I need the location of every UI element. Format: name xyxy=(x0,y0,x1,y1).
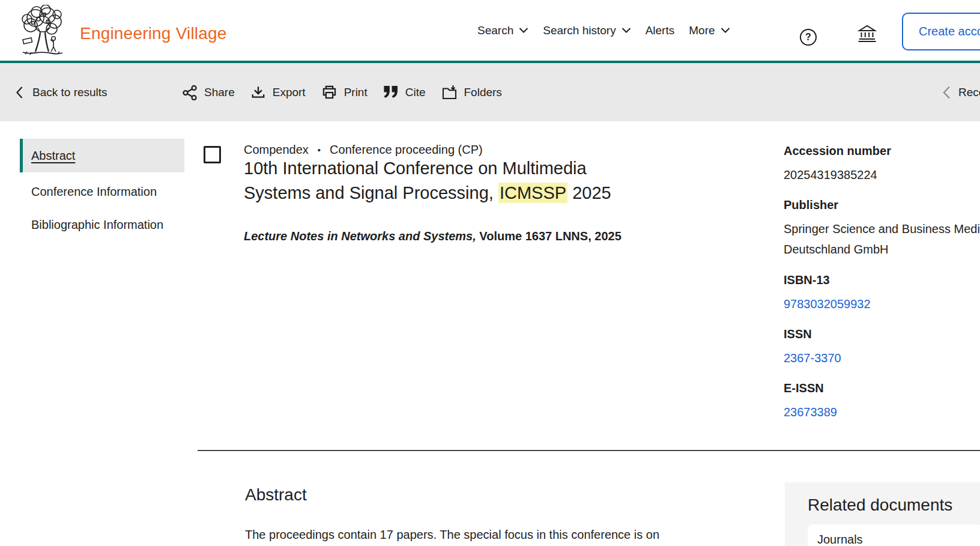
publisher-value-line2: Deutschland GmbH xyxy=(784,239,980,259)
highlighted-search-term: ICMSSP xyxy=(498,183,567,203)
database-label: Compendex xyxy=(244,143,309,157)
quote-icon xyxy=(383,86,399,99)
section-divider xyxy=(198,450,980,451)
series-volume: Volume 1637 LNNS, 2025 xyxy=(476,229,622,243)
abstract-heading: Abstract xyxy=(245,485,307,505)
record-title: 10th International Conference on Multime… xyxy=(244,156,631,205)
sidebar-item-conference-information[interactable]: Conference Information xyxy=(31,181,157,202)
series-line: Lecture Notes in Networks and Systems, V… xyxy=(244,229,622,243)
issn-label: ISSN xyxy=(784,327,980,341)
related-journals-section-label: Journals xyxy=(817,533,863,546)
chevron-left-icon xyxy=(943,86,951,99)
related-documents-card: Journals xyxy=(808,524,980,546)
main-nav: Search Search history Alerts More xyxy=(477,0,730,61)
nav-search-history[interactable]: Search history xyxy=(543,24,631,37)
institution-icon[interactable] xyxy=(858,24,877,43)
abstract-text: The proceedings contain 17 papers. The s… xyxy=(245,528,659,542)
brand-title[interactable]: Engineering Village xyxy=(80,24,227,43)
nav-alerts[interactable]: Alerts xyxy=(646,24,675,37)
back-to-results-button[interactable]: Back to results xyxy=(16,63,107,121)
share-icon xyxy=(182,85,198,100)
chevron-down-icon xyxy=(519,28,528,33)
record-select-checkbox[interactable] xyxy=(204,146,221,163)
tree-icon xyxy=(18,5,68,56)
header: Engineering Village Search Search histor… xyxy=(0,0,980,61)
accession-number-label: Accession number xyxy=(784,144,980,158)
isbn13-field: ISBN-13 9783032059932 xyxy=(784,273,980,314)
chevron-down-icon xyxy=(622,28,631,33)
eissn-label: E-ISSN xyxy=(784,381,980,395)
share-button[interactable]: Share xyxy=(182,85,235,100)
eissn-link[interactable]: 23673389 xyxy=(784,402,837,422)
record-toolbar: Back to results Share Export Print xyxy=(0,63,980,121)
publisher-value-line1: Springer Science and Business Media xyxy=(784,219,980,239)
isbn13-link[interactable]: 9783032059932 xyxy=(784,294,871,314)
printer-icon xyxy=(321,84,337,100)
folder-add-icon xyxy=(441,85,458,100)
sidebar-item-abstract[interactable]: Abstract xyxy=(20,139,184,172)
sidebar-item-bibliographic-information[interactable]: Bibliographic Information xyxy=(31,214,166,235)
nav-more[interactable]: More xyxy=(689,24,730,37)
bank-building-icon xyxy=(858,24,877,43)
series-title: Lecture Notes in Networks and Systems, xyxy=(244,229,476,243)
create-account-button[interactable]: Create account xyxy=(902,13,980,50)
previous-record-button[interactable]: Record xyxy=(943,63,980,121)
document-type-label: Conference proceeding (CP) xyxy=(330,143,483,157)
issn-field: ISSN 2367-3370 xyxy=(784,327,980,368)
folders-button[interactable]: Folders xyxy=(441,85,502,100)
chevron-left-icon xyxy=(16,86,23,99)
related-documents-panel: Related documents Journals xyxy=(785,482,980,546)
related-documents-heading: Related documents xyxy=(808,496,952,515)
accession-number-value: 20254319385224 xyxy=(784,165,980,185)
publisher-label: Publisher xyxy=(784,198,980,212)
engineering-village-record-page: { "header": { "brand": "Engineering Vill… xyxy=(0,0,980,546)
elsevier-tree-logo[interactable] xyxy=(18,5,68,56)
bullet-separator: • xyxy=(318,145,321,155)
eissn-field: E-ISSN 23673389 xyxy=(784,381,980,422)
chevron-down-icon xyxy=(721,28,730,33)
toolbar-actions: Share Export Print Cite xyxy=(182,63,502,121)
record-meta-line: Compendex • Conference proceeding (CP) xyxy=(244,143,483,157)
accession-number-field: Accession number 20254319385224 xyxy=(784,144,980,185)
export-download-icon xyxy=(250,85,266,100)
publisher-field: Publisher Springer Science and Business … xyxy=(784,198,980,259)
help-icon[interactable]: ? xyxy=(800,29,817,46)
isbn13-label: ISBN-13 xyxy=(784,273,980,287)
cite-button[interactable]: Cite xyxy=(383,86,426,99)
issn-link[interactable]: 2367-3370 xyxy=(784,348,841,368)
print-button[interactable]: Print xyxy=(321,84,368,100)
nav-search[interactable]: Search xyxy=(477,24,528,37)
export-button[interactable]: Export xyxy=(250,85,306,100)
